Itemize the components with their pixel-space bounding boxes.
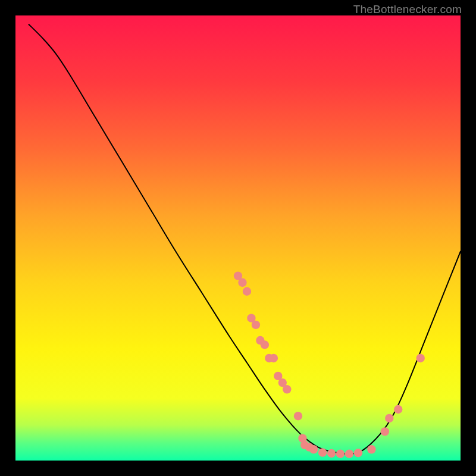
data-point xyxy=(238,278,246,287)
data-point xyxy=(381,427,389,436)
data-point xyxy=(345,450,353,458)
data-point xyxy=(270,354,278,362)
data-point xyxy=(294,412,302,420)
data-point xyxy=(354,449,362,457)
data-point xyxy=(385,414,393,422)
data-point xyxy=(309,445,318,453)
gradient-background xyxy=(15,15,461,461)
data-point xyxy=(336,450,345,458)
data-point xyxy=(367,445,375,453)
watermark-label: TheBottlenecker.com xyxy=(353,3,462,16)
data-point xyxy=(416,354,424,362)
data-point xyxy=(318,448,327,456)
chart-svg xyxy=(15,15,461,461)
data-point xyxy=(252,321,260,329)
chart-stage: TheBottlenecker.com xyxy=(0,0,476,476)
data-point xyxy=(261,340,269,349)
data-point xyxy=(243,287,251,296)
data-point xyxy=(283,385,291,393)
data-point xyxy=(394,405,402,414)
plot-area xyxy=(15,15,461,461)
data-point xyxy=(327,449,336,458)
